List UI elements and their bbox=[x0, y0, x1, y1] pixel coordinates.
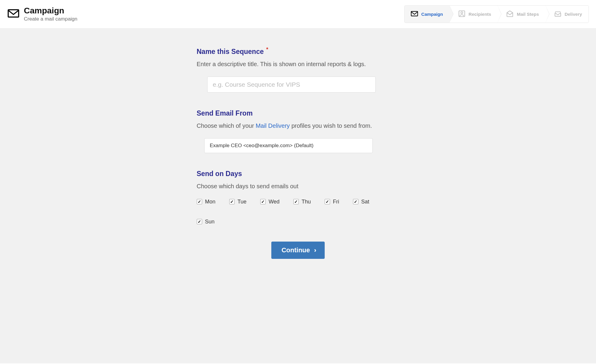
form-container: Name this Sequence * Enter a descriptive… bbox=[197, 46, 400, 259]
step-label: Campaign bbox=[421, 12, 443, 17]
step-delivery[interactable]: Delivery bbox=[546, 6, 589, 23]
day-label: Sun bbox=[205, 219, 215, 225]
header-left: Campaign Create a mail campaign bbox=[7, 6, 78, 22]
form-actions: Continue ›› bbox=[197, 242, 400, 259]
svg-rect-1 bbox=[411, 11, 418, 16]
checkbox-icon[interactable] bbox=[260, 199, 266, 204]
day-item-fri[interactable]: Fri bbox=[325, 199, 339, 205]
day-label: Mon bbox=[205, 199, 216, 205]
checkbox-icon[interactable] bbox=[293, 199, 299, 204]
day-item-tue[interactable]: Tue bbox=[229, 199, 247, 205]
step-label: Recipients bbox=[469, 12, 491, 17]
page-title: Campaign bbox=[24, 6, 78, 15]
envelope-icon bbox=[411, 10, 418, 18]
sequence-name-input[interactable] bbox=[207, 77, 376, 93]
section-desc: Enter a descriptive title. This is shown… bbox=[197, 60, 400, 68]
page-header: Campaign Create a mail campaign Campaign… bbox=[0, 0, 596, 29]
inbox-icon bbox=[554, 10, 562, 18]
step-recipients[interactable]: Recipients bbox=[450, 6, 498, 23]
main-content: Name this Sequence * Enter a descriptive… bbox=[0, 29, 596, 363]
section-title: Name this Sequence * bbox=[197, 46, 400, 56]
day-label: Tue bbox=[238, 199, 247, 205]
desc-suffix: profiles you wish to send from. bbox=[290, 122, 372, 129]
day-item-sat[interactable]: Sat bbox=[353, 199, 369, 205]
checkbox-icon[interactable] bbox=[197, 199, 202, 204]
day-label: Sat bbox=[361, 199, 369, 205]
svg-rect-0 bbox=[8, 10, 19, 17]
section-title: Send Email From bbox=[197, 109, 400, 117]
section-name-sequence: Name this Sequence * Enter a descriptive… bbox=[197, 46, 400, 93]
day-item-wed[interactable]: Wed bbox=[260, 199, 280, 205]
step-mail-steps[interactable]: Mail Steps bbox=[498, 6, 545, 23]
envelope-icon bbox=[7, 7, 20, 21]
day-label: Fri bbox=[333, 199, 339, 205]
checkbox-icon[interactable] bbox=[229, 199, 235, 204]
envelope-open-icon bbox=[506, 10, 514, 18]
header-text: Campaign Create a mail campaign bbox=[24, 6, 78, 22]
continue-label: Continue bbox=[281, 246, 310, 254]
checkbox-icon[interactable] bbox=[197, 219, 202, 224]
checkbox-icon[interactable] bbox=[325, 199, 330, 204]
day-item-thu[interactable]: Thu bbox=[293, 199, 311, 205]
section-title: Send on Days bbox=[197, 170, 400, 178]
svg-point-3 bbox=[461, 12, 463, 14]
user-icon bbox=[458, 10, 466, 18]
desc-prefix: Choose which of your bbox=[197, 122, 256, 129]
mail-delivery-link[interactable]: Mail Delivery bbox=[256, 122, 290, 129]
title-text: Name this Sequence bbox=[197, 48, 264, 55]
chevron-right-double-icon: ›› bbox=[314, 247, 315, 253]
step-label: Mail Steps bbox=[517, 12, 539, 17]
step-campaign[interactable]: Campaign bbox=[405, 6, 450, 23]
days-row: Mon Tue Wed Thu Fri bbox=[197, 199, 400, 225]
page-subtitle: Create a mail campaign bbox=[24, 16, 78, 22]
day-label: Wed bbox=[269, 199, 280, 205]
step-label: Delivery bbox=[565, 12, 582, 17]
section-send-from: Send Email From Choose which of your Mai… bbox=[197, 109, 400, 153]
day-item-sun[interactable]: Sun bbox=[197, 219, 215, 225]
section-desc: Choose which of your Mail Delivery profi… bbox=[197, 122, 400, 130]
required-asterisk: * bbox=[266, 46, 268, 52]
checkbox-icon[interactable] bbox=[353, 199, 358, 204]
section-desc: Choose which days to send emails out bbox=[197, 182, 400, 190]
section-send-days: Send on Days Choose which days to send e… bbox=[197, 170, 400, 225]
day-item-mon[interactable]: Mon bbox=[197, 199, 216, 205]
stepper: Campaign Recipients Mail Steps Delivery bbox=[404, 5, 589, 23]
from-profile-select[interactable]: Example CEO <ceo@example.com> (Default) bbox=[204, 138, 373, 153]
day-label: Thu bbox=[302, 199, 311, 205]
continue-button[interactable]: Continue ›› bbox=[271, 242, 325, 259]
